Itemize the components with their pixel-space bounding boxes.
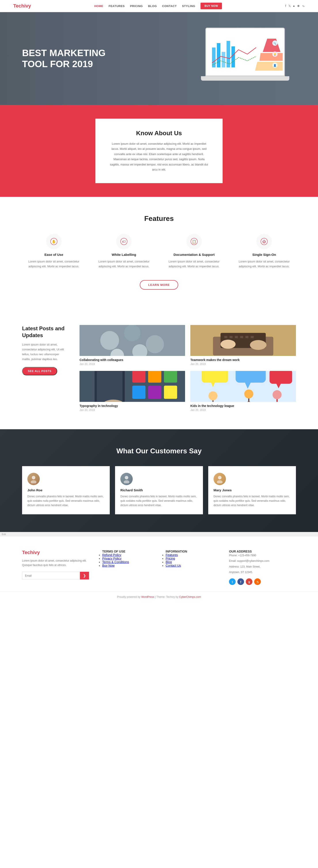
testimonial-card-1: John Roe Donec convallis pharetra felis …	[22, 466, 110, 514]
footer-info-pricing: Pricing	[166, 557, 216, 560]
feature-item-ease: ✋ Ease of Use Lorem ipsum dolor sit amet…	[22, 234, 86, 269]
feature-icon-sso: ⏻	[256, 234, 272, 249]
svg-rect-42	[132, 371, 146, 383]
avatar-placeholder-2	[120, 473, 133, 485]
brand-logo[interactable]: Techivy	[13, 3, 31, 9]
svg-point-24	[124, 325, 140, 341]
footer-email-value: support@cyberchimps.com	[237, 559, 269, 562]
logo-text-accent: y	[28, 3, 31, 9]
about-title: Know About Us	[109, 130, 209, 137]
footer-terms-privacy-link[interactable]: Privacy Policy	[102, 557, 122, 560]
nav-links: HOME FEATURES PRICING BLOG CONTACT STYLI…	[94, 3, 222, 9]
svg-text:💡: 💡	[274, 53, 277, 56]
post-date-3: Jan 20, 2019	[80, 408, 185, 411]
about-red-block-left	[0, 105, 62, 197]
footer-city-address: Anytown, ST 12345.	[229, 570, 296, 575]
testimonials-section: What Our Customers Say John Roe Donec co…	[0, 429, 318, 532]
testimonial-card-2: Richard Smith Donec convallis pharetra f…	[115, 466, 203, 514]
svg-point-66	[32, 476, 35, 479]
laptop-screen: 🔍 💡 👤	[205, 28, 285, 76]
edit-label: Edit	[2, 533, 6, 535]
footer-terms-refund-link[interactable]: Refund Policy	[102, 553, 121, 557]
navbar: Techivy HOME FEATURES PRICING BLOG CONTA…	[0, 0, 318, 12]
hero-laptop-illustration: 🔍 💡 👤	[199, 28, 291, 90]
learn-more-button[interactable]: LEARN MORE	[140, 280, 178, 290]
avatar-placeholder-3	[214, 473, 226, 485]
posts-sidebar-desc: Lorem ipsum dolor sit amet, consectetur …	[22, 342, 66, 362]
social-facebook-icon[interactable]: f	[285, 4, 286, 8]
post-item-1: Collaborating with colleagues Jan 20, 20…	[80, 325, 185, 366]
about-body: Lorem ipsum dolor sit amet, consectetur …	[109, 141, 209, 172]
footer-info-blog-link[interactable]: Blog	[166, 560, 172, 564]
footer-info-features-link[interactable]: Features	[166, 553, 178, 557]
testimonial-text-2: Donec convallis pharetra felis in laoree…	[120, 494, 197, 508]
post-image-2	[190, 325, 296, 356]
svg-rect-54	[269, 371, 292, 384]
social-twitter-icon[interactable]: 𝕏	[288, 4, 291, 8]
footer-terms-col: TERMS OF USE Refund Policy Privacy Polic…	[102, 550, 152, 585]
post-date-4: Jan 20, 2019	[190, 408, 296, 411]
social-instagram-icon[interactable]: ●	[293, 4, 295, 8]
footer-terms-tandc-link[interactable]: Terms & Conditions	[102, 560, 129, 564]
svg-point-56	[209, 391, 218, 400]
nav-styling[interactable]: STYLING	[182, 4, 195, 8]
nav-blog[interactable]: BLOG	[148, 4, 157, 8]
svg-rect-43	[148, 371, 161, 383]
svg-rect-1	[217, 43, 220, 67]
feature-icon-ease: ✋	[46, 234, 62, 249]
social-pinterest-icon[interactable]: ❖	[297, 4, 300, 8]
feature-item-sso: ⏻ Single Sign-On Lorem ipsum dolor sit a…	[232, 234, 296, 269]
nav-home[interactable]: HOME	[94, 4, 103, 8]
feature-item-labelling: 🏷 White Labelling Lorem ipsum dolor sit …	[92, 234, 156, 269]
footer-twitter-icon[interactable]: t	[229, 578, 235, 585]
feature-desc-docs: Lorem ipsum dolor sit amet, consectetur …	[162, 259, 226, 269]
svg-point-64	[273, 390, 282, 399]
footer-email-submit-button[interactable]: ❯	[80, 572, 89, 580]
footer-powered-label: Proudly powered by	[117, 595, 140, 598]
svg-point-68	[125, 476, 128, 479]
post-title-2: Teamwork makes the dream work	[190, 358, 296, 362]
testimonial-text-3: Donec convallis pharetra felis in laoree…	[214, 494, 291, 508]
see-all-posts-button[interactable]: SEE ALL POSTS	[22, 367, 57, 375]
laptop-base	[201, 76, 289, 81]
footer-theme-separator: | Theme: Techivy by	[155, 595, 179, 598]
features-section: Features ✋ Ease of Use Lorem ipsum dolor…	[0, 197, 318, 307]
feature-desc-labelling: Lorem ipsum dolor sit amet, consectetur …	[92, 259, 156, 269]
footer-info-contact-link[interactable]: Contact Us	[166, 564, 181, 567]
svg-text:✋: ✋	[52, 240, 56, 244]
svg-rect-34	[240, 336, 243, 338]
feature-icon-labelling: 🏷	[116, 234, 132, 249]
nav-contact[interactable]: CONTACT	[162, 4, 177, 8]
footer-edit-bar: Edit	[0, 532, 318, 536]
footer-terms-buy-link[interactable]: Buy Now	[102, 564, 115, 567]
footer-google-icon[interactable]: g	[246, 578, 252, 585]
post-date-2: Jan 20, 2019	[190, 363, 296, 366]
buy-now-button[interactable]: BUY NOW	[200, 3, 222, 9]
svg-point-60	[244, 389, 253, 398]
footer-email-input[interactable]	[22, 572, 80, 580]
svg-point-69	[124, 480, 129, 484]
footer-info-pricing-link[interactable]: Pricing	[166, 557, 175, 560]
footer-info-features: Features	[166, 553, 216, 557]
testimonial-name-3: Mary Jones	[214, 488, 291, 492]
testimonial-text-1: Donec convallis pharetra felis in laoree…	[27, 494, 104, 508]
svg-rect-36	[251, 336, 254, 338]
footer-rss-icon[interactable]: ∿	[254, 578, 261, 585]
footer-cyberchimps-link[interactable]: CyberChimps.com	[179, 595, 201, 598]
footer-desc: Lorem ipsum dolor sit amet, consectetur …	[22, 558, 89, 567]
testimonials-grid: John Roe Donec convallis pharetra felis …	[22, 466, 296, 514]
testimonials-title: What Our Customers Say	[22, 447, 296, 455]
footer-facebook-icon[interactable]: f	[237, 578, 244, 585]
nav-features[interactable]: FEATURES	[109, 4, 125, 8]
svg-rect-33	[235, 336, 238, 338]
posts-grid: Collaborating with colleagues Jan 20, 20…	[80, 325, 296, 411]
footer-terms-buy: Buy Now	[102, 564, 152, 567]
social-rss-icon[interactable]: ∿	[302, 4, 305, 8]
svg-point-23	[100, 331, 119, 350]
footer-wordpress-link[interactable]: WordPress	[141, 595, 154, 598]
svg-rect-31	[224, 336, 227, 338]
hero-content: BEST MARKETING TOOL FOR 2019	[22, 48, 106, 70]
posts-sidebar: Latest Posts and Updates Lorem ipsum dol…	[22, 325, 66, 411]
nav-pricing[interactable]: PRICING	[130, 4, 143, 8]
svg-point-37	[221, 340, 235, 349]
